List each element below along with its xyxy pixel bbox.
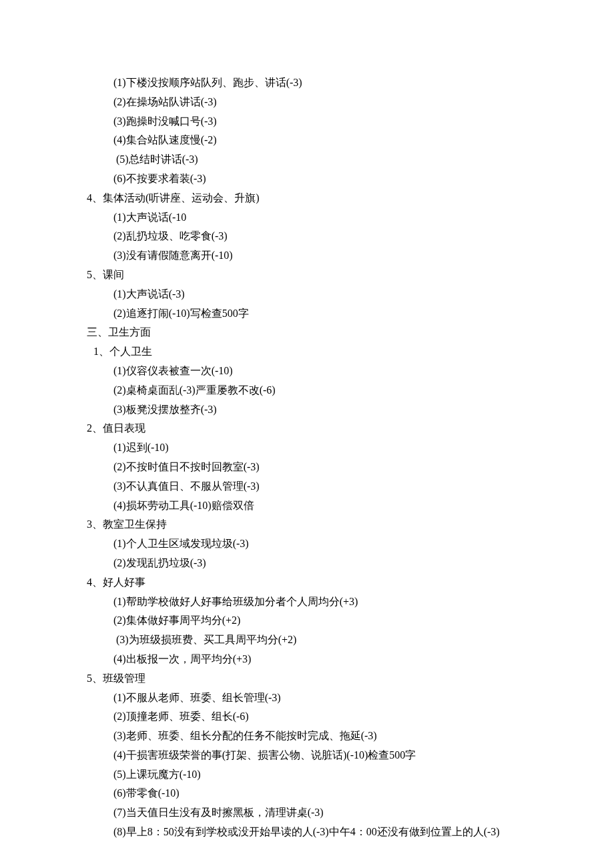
text-line: (3)没有请假随意离开(-10): [87, 246, 534, 266]
text-line: (8)早上8：50没有到学校或没开始早读的人(-3)中午4：00还没有做到位置上…: [87, 823, 534, 842]
text-line: 2、值日表现: [87, 419, 534, 438]
text-line: (3)老师、班委、组长分配的任务不能按时完成、拖延(-3): [87, 727, 534, 746]
text-line: (2)顶撞老师、班委、组长(-6): [87, 707, 534, 727]
document-page: (1)下楼没按顺序站队列、跑步、讲话(-3)(2)在操场站队讲话(-3)(3)跑…: [0, 0, 614, 868]
text-line: (3)不认真值日、不服从管理(-3): [87, 477, 534, 496]
text-line: (1)不服从老师、班委、组长管理(-3): [87, 689, 534, 708]
text-line: (2)不按时值日不按时回教室(-3): [87, 458, 534, 477]
text-line: (1)仪容仪表被查一次(-10): [87, 362, 534, 381]
text-line: 5、班级管理: [87, 669, 534, 689]
text-line: (1)大声说话(-3): [87, 285, 534, 304]
text-line: 1、个人卫生: [87, 342, 534, 362]
text-line: (3)板凳没摆放整齐(-3): [87, 400, 534, 420]
text-line: (2)在操场站队讲话(-3): [87, 93, 534, 112]
text-line: (4)集合站队速度慢(-2): [87, 131, 534, 150]
text-line: (1)大声说话(-10: [87, 208, 534, 228]
text-line: (4)干损害班级荣誉的事(打架、损害公物、说脏话)(-10)检查500字: [87, 746, 534, 765]
text-line: (4)损坏劳动工具(-10)赔偿双倍: [87, 496, 534, 516]
text-line: 5、课间: [87, 266, 534, 285]
text-line: (6)带零食(-10): [87, 784, 534, 803]
text-line: 三、卫生方面: [87, 323, 534, 342]
text-line: (2)集体做好事周平均分(+2): [87, 611, 534, 630]
text-line: (5)总结时讲话(-3): [87, 150, 534, 169]
text-line: (2)乱扔垃圾、吃零食(-3): [87, 227, 534, 246]
text-line: (3)为班级损班费、买工具周平均分(+2): [87, 630, 534, 650]
text-line: (7)当天值日生没有及时擦黑板，清理讲桌(-3): [87, 803, 534, 823]
text-line: (1)迟到(-10): [87, 438, 534, 458]
text-line: (1)下楼没按顺序站队列、跑步、讲话(-3): [87, 73, 534, 93]
text-line: 4、集体活动(听讲座、运动会、升旗): [87, 189, 534, 208]
text-line: 3、教室卫生保持: [87, 515, 534, 534]
text-line: (3)跑操时没喊口号(-3): [87, 112, 534, 131]
text-line: (2)发现乱扔垃圾(-3): [87, 554, 534, 573]
text-line: (2)桌椅桌面乱(-3)严重屡教不改(-6): [87, 381, 534, 400]
text-line: (4)出板报一次，周平均分(+3): [87, 650, 534, 669]
text-line: (1)个人卫生区域发现垃圾(-3): [87, 534, 534, 554]
text-line: 4、好人好事: [87, 573, 534, 592]
text-line: (6)不按要求着装(-3): [87, 169, 534, 189]
text-line: (5)上课玩魔方(-10): [87, 765, 534, 785]
text-line: (1)帮助学校做好人好事给班级加分者个人周均分(+3): [87, 592, 534, 612]
text-line: (2)追逐打闹(-10)写检查500字: [87, 304, 534, 324]
